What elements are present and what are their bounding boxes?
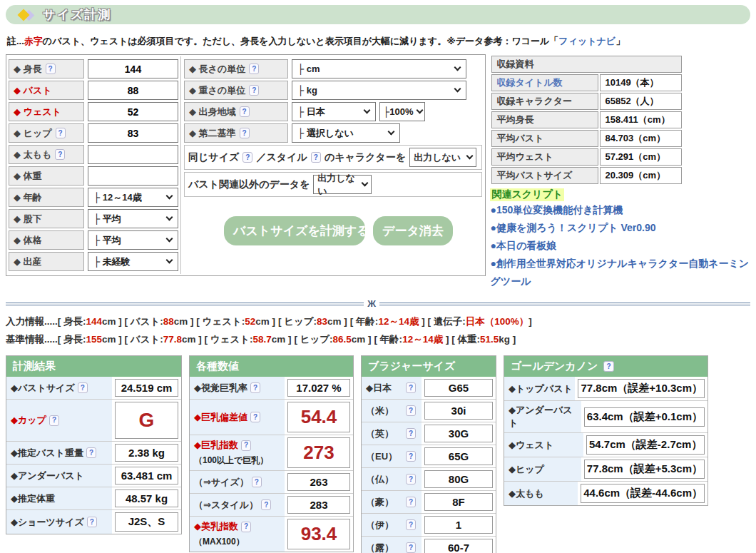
help-icon[interactable]: ? bbox=[603, 361, 613, 372]
help-icon[interactable]: ? bbox=[406, 451, 416, 462]
style-index-value[interactable]: 283 bbox=[287, 496, 350, 514]
length-unit-label: ◆ 長さの単位? bbox=[184, 59, 288, 78]
help-icon[interactable]: ? bbox=[406, 497, 416, 507]
bra-ru-value[interactable]: 60-7 bbox=[424, 539, 493, 553]
related-link[interactable]: ●健康を測ろう！スクリプト Ver0.90 bbox=[490, 219, 750, 237]
help-icon[interactable]: ? bbox=[249, 85, 259, 96]
bust-input[interactable] bbox=[88, 81, 178, 100]
busty-deviation-value[interactable]: 54.4 bbox=[287, 402, 350, 432]
bust-weight-value[interactable]: 2.38 kg bbox=[115, 444, 178, 462]
size-index-value[interactable]: 263 bbox=[287, 473, 350, 491]
beautiful-bust-index-value[interactable]: 93.4 bbox=[287, 519, 350, 549]
bra-it-value[interactable]: 1 bbox=[424, 516, 493, 534]
help-icon[interactable]: ? bbox=[241, 440, 251, 451]
help-icon[interactable]: ? bbox=[250, 412, 260, 422]
origin-ratio-select[interactable]: ├100% bbox=[379, 102, 425, 121]
bra-eu-value[interactable]: 65G bbox=[424, 447, 493, 465]
help-icon[interactable]: ? bbox=[311, 152, 321, 163]
canon-top-bust-value[interactable]: 77.8cm（誤差+10.3cm） bbox=[578, 379, 705, 398]
help-icon[interactable]: ? bbox=[78, 382, 88, 393]
help-icon[interactable]: ? bbox=[406, 405, 416, 416]
height-label: ◆ 身長? bbox=[9, 59, 84, 78]
height-input[interactable] bbox=[88, 59, 178, 78]
height-row: ◆ 身長? bbox=[9, 59, 178, 78]
shorts-size-value[interactable]: J2S、S bbox=[115, 512, 178, 532]
form-mid-column: ◆ 長さの単位? ├ cm ◆ 重さの単位? ├ kg ◆ 出身地域? ├ 日本… bbox=[181, 56, 484, 274]
bra-us-value[interactable]: 30i bbox=[424, 402, 493, 420]
help-icon[interactable]: ? bbox=[406, 428, 416, 439]
help-icon[interactable]: ? bbox=[249, 64, 259, 74]
archive-title-count-link[interactable]: 収録タイトル数 bbox=[491, 74, 598, 91]
related-link[interactable]: ●本日の看板娘 bbox=[490, 237, 750, 255]
measurement-result-table: 計測結果 ◆バストサイズ?24.519 cm ◆カップ?G ◆推定バスト重量?2… bbox=[6, 355, 182, 534]
estimated-weight-value[interactable]: 48.57 kg bbox=[115, 489, 178, 507]
help-icon[interactable]: ? bbox=[55, 149, 65, 160]
related-scripts-title: 関連スクリプト bbox=[490, 188, 564, 201]
table-row: （⇒サイズ）?263 bbox=[190, 470, 353, 493]
weight-input[interactable] bbox=[88, 166, 178, 186]
note-suffix: 」 bbox=[615, 36, 625, 46]
canon-hip-value[interactable]: 77.8cm（誤差+5.3cm） bbox=[584, 460, 705, 479]
bra-jp-value[interactable]: G65 bbox=[424, 379, 493, 397]
table-row: 平均バストサイズ20.309（cm） bbox=[491, 167, 682, 184]
hip-input[interactable] bbox=[88, 123, 178, 143]
help-icon[interactable]: ? bbox=[252, 477, 262, 487]
related-link[interactable]: ●150単位変換機能付き計算機 bbox=[490, 201, 750, 219]
origin-region-select[interactable]: ├ 日本 bbox=[292, 102, 376, 121]
help-icon[interactable]: ? bbox=[406, 519, 416, 530]
canon-thigh-value[interactable]: 44.6cm（誤差-44.6cm） bbox=[581, 484, 705, 503]
help-icon[interactable]: ? bbox=[406, 382, 416, 393]
help-icon[interactable]: ? bbox=[46, 64, 56, 74]
page-header: サイズ計測 bbox=[6, 5, 750, 24]
help-icon[interactable]: ? bbox=[261, 499, 271, 510]
second-standard-row: ◆ 第二基準? ├ 選択しない bbox=[184, 123, 482, 143]
table-row: ◆美乳指数?（MAX100）93.4 bbox=[190, 516, 353, 552]
help-icon[interactable]: ? bbox=[406, 474, 416, 484]
help-icon[interactable]: ? bbox=[240, 128, 250, 138]
busty-index-value[interactable]: 273 bbox=[287, 437, 350, 468]
help-icon[interactable]: ? bbox=[240, 106, 250, 117]
same-character-output-select[interactable]: 出力しない bbox=[409, 148, 476, 167]
bust-size-value[interactable]: 24.519 cm bbox=[115, 379, 178, 397]
help-icon[interactable]: ? bbox=[56, 128, 66, 138]
underbust-value[interactable]: 63.481 cm bbox=[115, 467, 178, 484]
help-icon[interactable]: ? bbox=[49, 415, 59, 426]
help-icon[interactable]: ? bbox=[86, 447, 96, 458]
age-select[interactable]: ├ 12～14歳 bbox=[88, 188, 178, 207]
help-icon[interactable]: ? bbox=[250, 382, 260, 393]
bra-au-value[interactable]: 8F bbox=[424, 493, 493, 511]
bra-size-table: ブラジャーサイズ ◆日本?G65 （米）?30i （英）?30G （EU）?65… bbox=[361, 355, 496, 553]
table-row: 平均バスト84.703（cm） bbox=[491, 130, 682, 147]
help-icon[interactable]: ? bbox=[242, 152, 252, 163]
weight-unit-select[interactable]: ├ kg bbox=[292, 81, 466, 100]
waist-label: ◆ ウェスト bbox=[9, 102, 84, 121]
measure-bust-button[interactable]: バストサイズを計測する bbox=[224, 216, 365, 245]
note-body: のバスト、ウェストは必須項目です。ただし、身長を入力しないと表示項目が大幅に減り… bbox=[43, 36, 558, 46]
canon-underbust-value[interactable]: 63.4cm（誤差+0.1cm） bbox=[584, 407, 705, 427]
help-icon[interactable]: ? bbox=[241, 522, 251, 532]
childbirth-select[interactable]: ├ 未経験 bbox=[88, 252, 178, 271]
physique-select[interactable]: ├ 平均 bbox=[88, 230, 178, 250]
visual-busty-rate-value[interactable]: 17.027 % bbox=[287, 379, 350, 397]
canon-waist-value[interactable]: 54.7cm（誤差-2.7cm） bbox=[586, 435, 705, 455]
thigh-input[interactable] bbox=[88, 145, 178, 164]
help-icon[interactable]: ? bbox=[87, 517, 97, 527]
origin-region-row: ◆ 出身地域? ├ 日本 ├100% bbox=[184, 102, 482, 121]
help-icon[interactable]: ? bbox=[406, 542, 416, 553]
chevron-down-icon bbox=[166, 214, 173, 221]
second-standard-select[interactable]: ├ 選択しない bbox=[292, 123, 400, 143]
fit-navi-link[interactable]: フィットナビ bbox=[558, 36, 615, 46]
related-link[interactable]: ●創作用全世界対応オリジナルキャラクター自動ネーミングツール bbox=[490, 255, 750, 290]
table-row: ◆推定体重48.57 kg bbox=[6, 487, 181, 509]
bra-fr-value[interactable]: 80G bbox=[424, 470, 493, 488]
inseam-select[interactable]: ├ 平均 bbox=[88, 209, 178, 228]
waist-input[interactable] bbox=[88, 102, 178, 121]
non-bust-data-output-select[interactable]: 出力しない bbox=[313, 175, 372, 194]
bust-row: ◆ バスト bbox=[9, 81, 178, 100]
length-unit-select[interactable]: ├ cm bbox=[292, 59, 466, 78]
bra-uk-value[interactable]: 30G bbox=[424, 425, 493, 442]
clear-data-button[interactable]: データ消去 bbox=[373, 216, 453, 245]
table-row: 収録キャラクター65852（人） bbox=[491, 93, 682, 110]
chevron-down-icon bbox=[364, 107, 371, 114]
cup-value[interactable]: G bbox=[115, 402, 178, 439]
